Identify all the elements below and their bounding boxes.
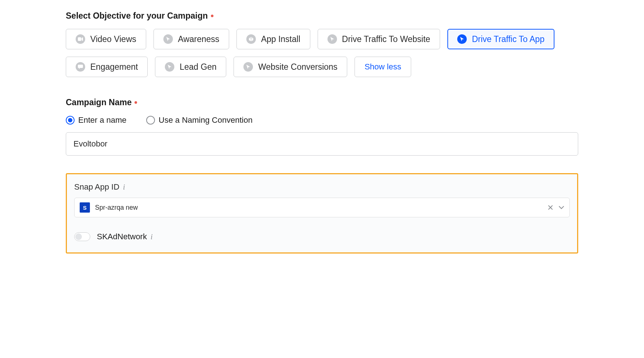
objective-label: Awareness	[178, 35, 219, 43]
objective-drive-traffic-app[interactable]: Drive Traffic To App	[447, 29, 554, 49]
objective-options: Video Views Awareness App Install Drive …	[66, 29, 578, 77]
clear-icon[interactable]	[548, 205, 553, 210]
objective-lead-gen[interactable]: Lead Gen	[155, 57, 226, 77]
objective-label: Video Views	[90, 35, 136, 43]
campaign-name-mode-row: Enter a name Use a Naming Convention	[66, 115, 578, 125]
app-chip-icon: S	[80, 202, 90, 213]
skadnetwork-toggle[interactable]	[74, 232, 90, 241]
objective-label: Drive Traffic To App	[472, 35, 545, 43]
objective-label: App Install	[261, 35, 300, 43]
show-less-button[interactable]: Show less	[355, 57, 411, 77]
objective-section-title: Select Objective for your Campaign	[66, 11, 578, 21]
radio-label: Enter a name	[78, 115, 126, 125]
cursor-icon	[243, 62, 253, 72]
cube-icon	[246, 34, 256, 44]
required-indicator-icon	[135, 101, 137, 104]
select-actions	[548, 205, 564, 210]
info-icon[interactable]: i	[151, 233, 153, 241]
snap-app-id-panel: Snap App ID i S Spr-azrqa new SKAdNetwor…	[66, 173, 578, 254]
objective-label: Drive Traffic To Website	[342, 35, 431, 43]
snap-app-id-label-text: Snap App ID	[74, 182, 120, 192]
skadnetwork-label: SKAdNetwork i	[97, 232, 153, 241]
snap-app-id-value: Spr-azrqa new	[95, 204, 542, 212]
objective-title-text: Select Objective for your Campaign	[66, 11, 208, 21]
chevron-down-icon[interactable]	[558, 206, 564, 209]
objective-engagement[interactable]: Engagement	[66, 57, 148, 77]
snap-app-id-select[interactable]: S Spr-azrqa new	[74, 198, 570, 217]
objective-label: Engagement	[90, 63, 138, 71]
required-indicator-icon	[211, 15, 213, 17]
cursor-icon	[457, 34, 467, 44]
radio-icon	[66, 116, 75, 125]
radio-naming-convention[interactable]: Use a Naming Convention	[146, 115, 253, 125]
objective-awareness[interactable]: Awareness	[154, 29, 229, 49]
svg-rect-0	[78, 37, 81, 41]
objective-app-install[interactable]: App Install	[236, 29, 310, 49]
objective-drive-traffic-website[interactable]: Drive Traffic To Website	[318, 29, 440, 49]
info-icon[interactable]: i	[123, 183, 125, 191]
objective-video-views[interactable]: Video Views	[66, 29, 146, 49]
radio-icon	[146, 116, 155, 125]
cursor-icon	[165, 62, 174, 72]
skadnetwork-row: SKAdNetwork i	[74, 232, 570, 241]
snap-app-id-label: Snap App ID i	[74, 182, 570, 192]
campaign-name-title: Campaign Name	[66, 98, 578, 107]
campaign-name-input[interactable]	[66, 132, 578, 156]
objective-label: Lead Gen	[179, 63, 216, 71]
cursor-icon	[327, 34, 337, 44]
cursor-icon	[163, 34, 173, 44]
video-icon	[76, 34, 85, 44]
radio-enter-name[interactable]: Enter a name	[66, 115, 126, 125]
radio-label: Use a Naming Convention	[159, 115, 253, 125]
show-less-label: Show less	[364, 63, 401, 71]
campaign-name-title-text: Campaign Name	[66, 98, 132, 107]
objective-website-conversions[interactable]: Website Conversions	[234, 57, 347, 77]
skadnetwork-label-text: SKAdNetwork	[97, 232, 147, 241]
objective-label: Website Conversions	[258, 63, 337, 71]
chat-icon	[76, 62, 85, 72]
